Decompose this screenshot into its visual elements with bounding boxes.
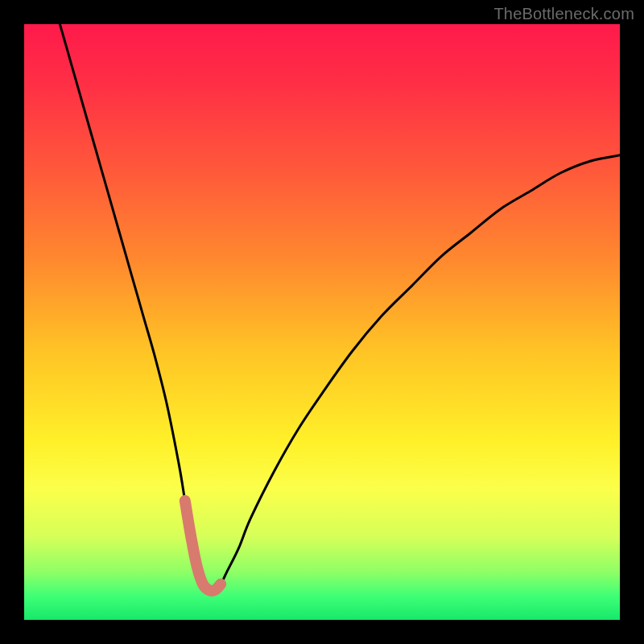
watermark-text: TheBottleneck.com — [493, 5, 634, 23]
chart-frame: TheBottleneck.com — [0, 0, 644, 644]
optimal-range-highlight — [185, 501, 221, 591]
plot-area — [24, 24, 620, 620]
bottleneck-curve — [24, 24, 620, 620]
